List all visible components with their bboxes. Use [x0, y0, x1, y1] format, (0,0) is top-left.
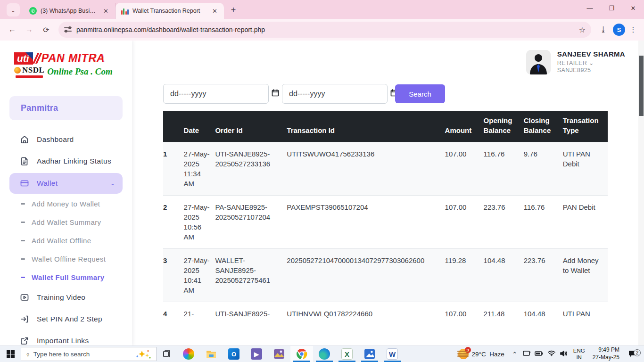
cell-sn: 3 [163, 249, 184, 302]
photos-icon [364, 348, 375, 360]
sidebar-subitem-label: Add Money to Wallet [32, 200, 100, 208]
cell-closing: 104.48 [524, 302, 563, 326]
page-scrollbar[interactable] [638, 41, 644, 346]
sidebar-item-dashboard[interactable]: Dashboard [0, 129, 132, 150]
window-maximize-button[interactable]: ❐ [601, 0, 622, 16]
reload-button[interactable]: ⟳ [39, 22, 54, 37]
window-close-button[interactable]: ✕ [622, 0, 644, 16]
address-bar[interactable]: panmitra.onlinepsa.com/dashboard/wallet-… [58, 22, 591, 38]
sidebar-item-add-money-to-wallet[interactable]: Add Money to Wallet [0, 195, 132, 213]
whatsapp-icon: ✆ [29, 7, 37, 15]
taskbar-app-outlook[interactable]: O [223, 346, 245, 362]
tab-whatsapp[interactable]: ✆ (3) WhatsApp Business ✕ [24, 3, 116, 19]
cast-screen-icon[interactable] [521, 350, 533, 358]
back-button[interactable]: ← [5, 22, 20, 37]
outlook-icon: O [228, 348, 239, 360]
taskbar-weather-widget[interactable]: 3 29°C Haze [454, 349, 508, 359]
col-transaction-id: Transaction Id [287, 111, 445, 142]
wifi-icon[interactable] [546, 350, 557, 358]
taskbar-app-chrome[interactable] [290, 346, 313, 362]
date-to-input[interactable] [289, 90, 387, 98]
table-row: 1 27-May-2025 11:34 AM UTI-SANJE8925-202… [163, 142, 608, 196]
tab-title: (3) WhatsApp Business [41, 8, 98, 14]
scrollbar-thumb[interactable] [639, 56, 644, 116]
sidebar-item-training-video[interactable]: Training Video [0, 287, 132, 308]
cell-sn: 1 [163, 142, 184, 196]
taskbar-search-box[interactable]: ⌕ Type here to search [21, 347, 157, 361]
volume-icon[interactable] [558, 350, 570, 358]
site-favicon-icon [121, 7, 129, 15]
cell-closing: 223.76 [524, 249, 563, 302]
tray-overflow-chevron-icon[interactable]: ⌃ [509, 351, 520, 358]
language-indicator[interactable]: ENGIN [570, 347, 588, 361]
nsdl-logo: NSDL [14, 66, 44, 78]
calendar-icon[interactable] [272, 89, 279, 99]
clock-time: 9:49 PM [593, 346, 619, 354]
taskbar-app-photo-editor[interactable] [268, 346, 290, 362]
window-minimize-button[interactable]: — [579, 0, 601, 16]
word-icon: W [387, 348, 398, 360]
taskbar-app-file-explorer[interactable] [200, 346, 223, 362]
file-explorer-icon [206, 348, 217, 360]
sidebar-item-label: Wallet [37, 179, 58, 188]
downloads-icon[interactable]: ⭳ [596, 25, 611, 34]
browser-profile-avatar[interactable]: S [613, 24, 625, 36]
tab-wallet-transaction-report[interactable]: Wallet Transaction Report ✕ [116, 3, 224, 19]
date-from-field[interactable] [163, 84, 269, 104]
dash-bullet-icon [21, 258, 25, 260]
col-amount: Amount [445, 111, 484, 142]
sidebar-item-label: Dashboard [37, 135, 74, 144]
taskbar-app-media-player[interactable]: ▶ [245, 346, 268, 362]
main-content: SANJEEV SHARMA RETAILER ⌄ SANJE8925 Sear… [132, 41, 644, 346]
browser-menu-icon[interactable]: ⋮ [627, 25, 639, 34]
sidebar-subitem-label: Add Wallet Summary [32, 218, 101, 226]
sidebar-item-wallet[interactable]: Wallet ⌄ [9, 173, 123, 194]
taskbar-app-word[interactable]: W [381, 346, 404, 362]
tab-search-chevron-icon[interactable]: ⌄ [7, 3, 20, 16]
taskbar-clock[interactable]: 9:49 PM 27-May-25 [589, 346, 623, 361]
tab-close-icon[interactable]: ✕ [210, 7, 219, 16]
table-row: 3 27-May-2025 10:41 AM WALLET-SANJE8925-… [163, 249, 608, 302]
sidebar-item-add-wallet-offline[interactable]: Add Wallet Offline [0, 231, 132, 250]
col-opening-balance: Opening Balance [484, 111, 524, 142]
cell-sn: 2 [163, 196, 184, 249]
sidebar-item-important-links[interactable]: Important Links [0, 330, 132, 346]
document-icon [20, 156, 29, 166]
logo-slashes [35, 53, 40, 64]
new-tab-button[interactable]: + [227, 3, 240, 16]
taskbar-app-photos[interactable] [358, 346, 381, 362]
taskbar-app-excel[interactable]: X [336, 346, 358, 362]
haze-weather-icon: 3 [458, 349, 469, 359]
forward-button[interactable]: → [22, 22, 37, 37]
cell-order-id: PA-SANJE8925-20250527107204 [215, 196, 287, 249]
sidebar-item-label: Important Links [37, 337, 89, 345]
bookmark-star-icon[interactable]: ☆ [579, 25, 586, 34]
task-view-button[interactable] [157, 346, 177, 362]
system-tray: 3 29°C Haze ⌃ ENGIN 9:49 PM 27-May-25 2 [454, 346, 644, 362]
date-from-input[interactable] [170, 90, 268, 98]
date-to-field[interactable] [282, 84, 388, 104]
sidebar-item-set-pin-and-2-step[interactable]: Set PIN And 2 Step [0, 308, 132, 330]
edge-icon [319, 348, 330, 360]
start-button[interactable] [0, 346, 21, 362]
taskbar-app-edge[interactable] [313, 346, 336, 362]
tab-close-icon[interactable]: ✕ [101, 7, 110, 16]
user-menu[interactable]: SANJEEV SHARMA RETAILER ⌄ SANJE8925 [526, 50, 625, 74]
page-viewport: uti PAN MITRA NSDL Online Psa . Com Panm… [0, 41, 644, 346]
cell-amount: 107.00 [445, 142, 484, 196]
sidebar-item-add-wallet-summary[interactable]: Add Wallet Summary [0, 213, 132, 231]
battery-icon[interactable] [534, 351, 545, 358]
action-center-button[interactable]: 2 [624, 351, 641, 357]
site-settings-icon[interactable] [64, 26, 72, 33]
sidebar-item-aadhar-linking-status[interactable]: Aadhar Linking Status [0, 150, 132, 172]
taskbar-app-copilot[interactable] [177, 346, 200, 362]
cell-amount: 107.00 [445, 196, 484, 249]
sidebar-item-wallet-offline-request[interactable]: Wallet Offline Request [0, 250, 132, 268]
weather-condition: Haze [489, 351, 504, 358]
sidebar-item-wallet-full-summary[interactable]: Wallet Full Summary [0, 268, 132, 287]
cell-closing: 9.76 [524, 142, 563, 196]
user-avatar [526, 50, 551, 74]
search-button[interactable]: Search [395, 84, 445, 103]
col-sn [163, 111, 184, 142]
transactions-table-wrap: Date Order Id Transaction Id Amount Open… [163, 111, 608, 325]
